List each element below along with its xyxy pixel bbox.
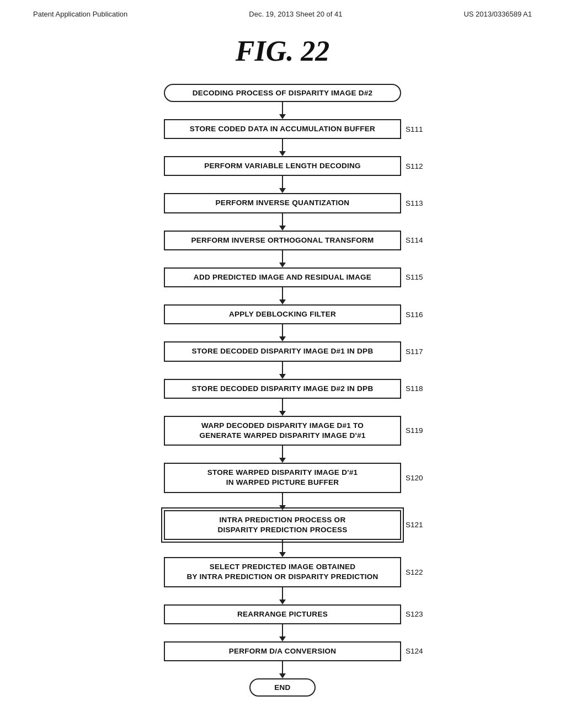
- box-s119: WARP DECODED DISPARITY IMAGE D#1 TOGENER…: [164, 416, 401, 446]
- box-s113: PERFORM INVERSE QUANTIZATION: [164, 193, 401, 213]
- box-s120: STORE WARPED DISPARITY IMAGE D'#1IN WARP…: [164, 463, 401, 493]
- arrow-s122: [279, 587, 286, 604]
- node-s115: ADD PREDICTED IMAGE AND RESIDUAL IMAGES1…: [0, 267, 565, 287]
- node-s113: PERFORM INVERSE QUANTIZATIONS113: [0, 193, 565, 213]
- node-s119: WARP DECODED DISPARITY IMAGE D#1 TOGENER…: [0, 416, 565, 446]
- label-s113: S113: [401, 199, 445, 207]
- label-s121: S121: [401, 521, 445, 529]
- label-s112: S112: [401, 162, 445, 170]
- arrow-s121: [279, 540, 286, 557]
- label-s111: S111: [401, 125, 445, 133]
- box-s114: PERFORM INVERSE ORTHOGONAL TRANSFORM: [164, 231, 401, 250]
- box-s115: ADD PREDICTED IMAGE AND RESIDUAL IMAGE: [164, 267, 401, 287]
- box-s124: PERFORM D/A CONVERSION: [164, 641, 401, 661]
- box-s116: APPLY DEBLOCKING FILTER: [164, 304, 401, 324]
- label-s118: S118: [401, 384, 445, 393]
- node-s117: STORE DECODED DISPARITY IMAGE D#1 IN DPB…: [0, 341, 565, 361]
- arrow-s120: [279, 493, 286, 510]
- box-end: END: [249, 678, 316, 697]
- box-s111: STORE CODED DATA IN ACCUMULATION BUFFER: [164, 119, 401, 139]
- box-s122: SELECT PREDICTED IMAGE OBTAINEDBY INTRA …: [164, 557, 401, 587]
- label-s124: S124: [401, 647, 445, 655]
- arrow-s115: [279, 287, 286, 304]
- node-s118: STORE DECODED DISPARITY IMAGE D#2 IN DPB…: [0, 379, 565, 399]
- label-s114: S114: [401, 236, 445, 244]
- arrow-s114: [279, 250, 286, 267]
- node-end: END: [0, 678, 565, 697]
- node-s111: STORE CODED DATA IN ACCUMULATION BUFFERS…: [0, 119, 565, 139]
- arrow-s112: [279, 176, 286, 193]
- header-right: US 2013/0336589 A1: [463, 10, 532, 18]
- node-s120: STORE WARPED DISPARITY IMAGE D'#1IN WARP…: [0, 463, 565, 493]
- node-s121: INTRA PREDICTION PROCESS ORDISPARITY PRE…: [0, 510, 565, 540]
- arrow-s111: [279, 139, 286, 156]
- box-s112: PERFORM VARIABLE LENGTH DECODING: [164, 156, 401, 176]
- node-s116: APPLY DEBLOCKING FILTERS116: [0, 304, 565, 324]
- node-s123: REARRANGE PICTURESS123: [0, 604, 565, 624]
- label-s119: S119: [401, 426, 445, 435]
- flowchart: DECODING PROCESS OF DISPARITY IMAGE D#2S…: [0, 84, 565, 697]
- arrow-s116: [279, 324, 286, 341]
- header-center: Dec. 19, 2013 Sheet 20 of 41: [249, 10, 342, 18]
- arrow-s119: [279, 446, 286, 463]
- arrow-s113: [279, 213, 286, 231]
- header-left: Patent Application Publication: [33, 10, 127, 18]
- node-s114: PERFORM INVERSE ORTHOGONAL TRANSFORMS114: [0, 231, 565, 250]
- page-header: Patent Application Publication Dec. 19, …: [0, 0, 565, 18]
- arrow-s124: [279, 661, 286, 678]
- box-s121: INTRA PREDICTION PROCESS ORDISPARITY PRE…: [164, 510, 401, 540]
- label-s120: S120: [401, 474, 445, 482]
- box-s118: STORE DECODED DISPARITY IMAGE D#2 IN DPB: [164, 379, 401, 399]
- box-s117: STORE DECODED DISPARITY IMAGE D#1 IN DPB: [164, 341, 401, 361]
- figure-title: FIG. 22: [0, 35, 565, 67]
- node-s124: PERFORM D/A CONVERSIONS124: [0, 641, 565, 661]
- label-s122: S122: [401, 568, 445, 576]
- arrow-s118: [279, 399, 286, 416]
- node-s112: PERFORM VARIABLE LENGTH DECODINGS112: [0, 156, 565, 176]
- box-start: DECODING PROCESS OF DISPARITY IMAGE D#2: [164, 84, 401, 102]
- node-s122: SELECT PREDICTED IMAGE OBTAINEDBY INTRA …: [0, 557, 565, 587]
- arrow-s117: [279, 362, 286, 379]
- label-s123: S123: [401, 610, 445, 618]
- label-s117: S117: [401, 347, 445, 356]
- node-start: DECODING PROCESS OF DISPARITY IMAGE D#2: [0, 84, 565, 102]
- label-s115: S115: [401, 273, 445, 281]
- label-s116: S116: [401, 311, 445, 319]
- arrow-start: [279, 102, 286, 119]
- box-s123: REARRANGE PICTURES: [164, 604, 401, 624]
- arrow-s123: [279, 624, 286, 641]
